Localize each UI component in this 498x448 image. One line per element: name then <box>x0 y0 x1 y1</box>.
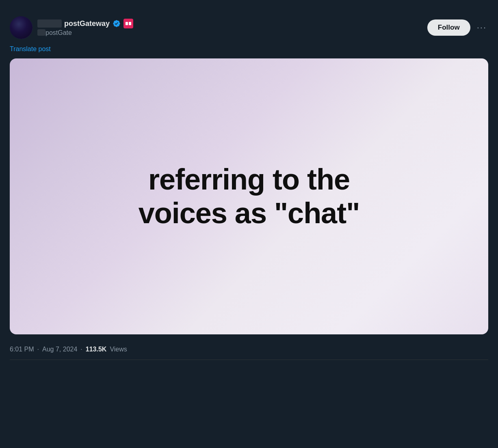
verified-icon <box>112 19 121 28</box>
svg-rect-1 <box>129 22 131 25</box>
display-name-redacted <box>37 19 62 28</box>
views-label: Views <box>110 346 127 353</box>
tweet-date: Aug 7, 2024 <box>42 346 77 353</box>
display-name-row: postGateway <box>37 19 133 28</box>
avatar[interactable] <box>10 16 32 39</box>
username[interactable]: postGate <box>37 29 133 37</box>
divider <box>10 360 488 360</box>
views-count: 113.5K <box>86 346 107 353</box>
tweet-header: postGateway postGate <box>10 16 488 39</box>
display-name[interactable]: postGateway <box>64 19 110 28</box>
tweet-meta: 6:01 PM · Aug 7, 2024 · 113.5K Views <box>10 341 488 358</box>
more-options-button[interactable]: ··· <box>475 21 488 34</box>
user-info: postGateway postGate <box>10 16 133 39</box>
svg-rect-0 <box>126 22 128 25</box>
app-badge-icon <box>123 19 133 28</box>
header-actions: Follow ··· <box>427 19 488 36</box>
meme-text: referring to the voices as "chat" <box>122 146 376 246</box>
meme-image: referring to the voices as "chat" <box>10 58 488 334</box>
separator-2: · <box>80 346 82 353</box>
username-redacted <box>37 29 45 36</box>
translate-link[interactable]: Translate post <box>10 45 51 53</box>
separator-1: · <box>37 346 39 353</box>
tweet-time: 6:01 PM <box>10 346 34 353</box>
follow-button[interactable]: Follow <box>427 19 470 36</box>
tweet-container: postGateway postGate <box>0 8 498 360</box>
meme-image-container[interactable]: referring to the voices as "chat" <box>10 58 488 334</box>
user-text: postGateway postGate <box>37 19 133 37</box>
